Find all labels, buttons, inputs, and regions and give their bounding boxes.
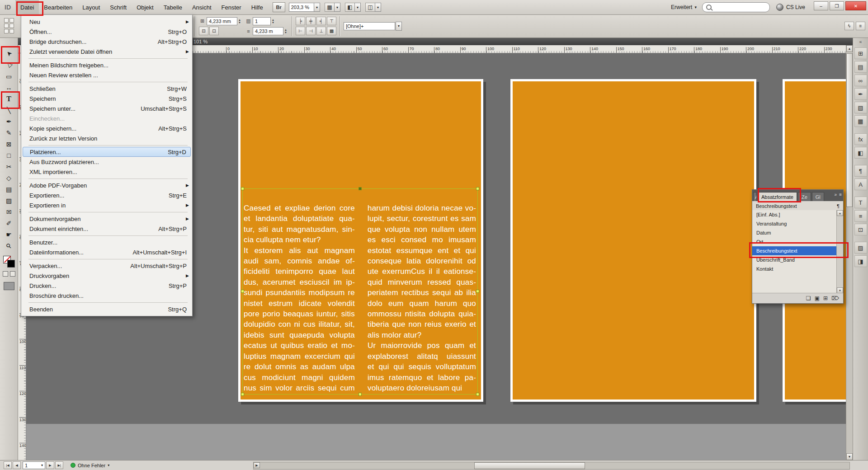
file-menu-item-meinen-bildschirm-freigeben[interactable]: Meinen Bildschirm freigeben... bbox=[21, 60, 192, 70]
menubar-menu-objekt[interactable]: Objekt bbox=[132, 0, 159, 14]
vertical-scroll-thumb[interactable] bbox=[846, 53, 853, 207]
zoom-level-combo[interactable]: 203,3 % bbox=[289, 3, 314, 12]
delete-style-icon[interactable]: ⌦ bbox=[831, 295, 839, 301]
frame-handle[interactable] bbox=[241, 393, 244, 396]
paragraph-panel-icon[interactable]: ≡ bbox=[854, 210, 867, 222]
selected-text-frame[interactable]: Caesed et expliae derion coreet landanti… bbox=[242, 188, 478, 395]
style-item-einf-abs[interactable]: [Einf. Abs.] bbox=[752, 210, 837, 219]
file-menu-item-exportieren[interactable]: Exportieren...Strg+E bbox=[21, 190, 192, 200]
page-2-image[interactable] bbox=[513, 81, 754, 400]
links-panel-icon[interactable]: ∞ bbox=[854, 75, 867, 86]
scissors-tool[interactable]: ✂ bbox=[3, 161, 15, 172]
columns-field[interactable]: 1 bbox=[253, 17, 271, 25]
file-menu-item-dokumentvorgaben[interactable]: Dokumentvorgaben bbox=[21, 214, 192, 224]
file-menu-item-schließen[interactable]: SchließenStrg+W bbox=[21, 84, 192, 94]
direct-selection-tool[interactable]: ▷ bbox=[3, 59, 15, 70]
free-transform-tool[interactable]: ◇ bbox=[3, 172, 15, 183]
workspace-switcher[interactable]: Erweitert bbox=[671, 4, 697, 10]
columns-stepper[interactable] bbox=[272, 19, 276, 24]
fill-swatch[interactable] bbox=[7, 260, 15, 268]
search-box[interactable] bbox=[702, 2, 770, 12]
effects-panel-icon[interactable]: fx bbox=[854, 133, 867, 145]
expand-dock-icon[interactable]: « bbox=[859, 39, 862, 46]
panel-chevrons-icon[interactable]: » bbox=[835, 192, 837, 197]
scroll-down-icon[interactable]: ▼ bbox=[846, 453, 853, 460]
gap-tool[interactable]: ↔ bbox=[3, 82, 15, 93]
menubar-menu-layout[interactable]: Layout bbox=[77, 0, 105, 14]
distribute-v-button[interactable]: ⊣ bbox=[306, 27, 316, 35]
file-menu-item-kopie-speichern[interactable]: Kopie speichern...Alt+Strg+S bbox=[21, 123, 192, 133]
pages-panel-icon[interactable]: ⊞ bbox=[854, 47, 867, 59]
fill-stroke-swatches[interactable] bbox=[3, 256, 15, 268]
zoom-tool[interactable]: ⚲ bbox=[3, 240, 15, 251]
menubar-menu-tabelle[interactable]: Tabelle bbox=[159, 0, 187, 14]
screen-mode-button[interactable] bbox=[4, 282, 14, 290]
cs-live[interactable]: CS Live bbox=[776, 4, 805, 11]
character-styles-panel-icon[interactable]: A bbox=[854, 179, 867, 190]
rectangle-tool[interactable]: □ bbox=[3, 150, 15, 161]
frame-handle[interactable] bbox=[241, 290, 244, 293]
menubar-menu-schrift[interactable]: Schrift bbox=[105, 0, 132, 14]
character-panel-icon[interactable]: T bbox=[854, 197, 867, 208]
glyphs-panel-icon[interactable]: ⊡ bbox=[854, 224, 867, 235]
style-item-überschrift-band[interactable]: Überschrift_Band bbox=[752, 255, 837, 264]
view-options-arrow-icon[interactable] bbox=[334, 3, 340, 12]
frame-handle[interactable] bbox=[359, 393, 362, 396]
gradient-tool[interactable]: ▤ bbox=[3, 183, 15, 195]
pen-tool[interactable]: ✒ bbox=[3, 116, 15, 127]
view-options-icon[interactable]: ▦ bbox=[325, 3, 335, 12]
preflight-panel-icon[interactable]: ◨ bbox=[854, 255, 867, 267]
align-left-button[interactable]: ╞ bbox=[296, 17, 305, 25]
frame-handle[interactable] bbox=[476, 393, 479, 396]
frame-handle[interactable] bbox=[476, 290, 479, 293]
horizontal-scrollbar[interactable]: ◀ ▶ bbox=[253, 462, 850, 470]
style-group-icon[interactable]: ❏ bbox=[806, 295, 811, 301]
menubar-menu-fenster[interactable]: Fenster bbox=[217, 0, 246, 14]
file-menu-item-speichern[interactable]: SpeichernStrg+S bbox=[21, 94, 192, 103]
color-panel-icon[interactable]: ▧ bbox=[854, 102, 867, 113]
file-menu-item-neuen-review-erstellen[interactable]: Neuen Review erstellen ... bbox=[21, 70, 192, 80]
gradient-panel-icon[interactable]: ▨ bbox=[854, 242, 867, 254]
menubar-menu-bearbeiten[interactable]: Bearbeiten bbox=[39, 0, 77, 14]
align-top-button[interactable]: ⊤ bbox=[327, 17, 336, 25]
first-page-button[interactable]: |◀ bbox=[4, 461, 12, 469]
gutter-field[interactable]: 4,233 m bbox=[253, 27, 283, 35]
apply-none-icon[interactable] bbox=[10, 271, 15, 277]
apply-color-icon[interactable] bbox=[3, 271, 8, 277]
previous-page-button[interactable]: ◀ bbox=[13, 461, 21, 469]
preflight-status[interactable]: Ohne Fehler bbox=[71, 463, 109, 468]
vertical-scrollbar[interactable]: ▲ ▼ bbox=[846, 45, 853, 460]
panel-grid-icon[interactable] bbox=[4, 18, 14, 33]
horizontal-scroll-thumb[interactable] bbox=[474, 462, 585, 469]
file-menu-item-speichern-unter[interactable]: Speichern unter...Umschalt+Strg+S bbox=[21, 103, 192, 113]
close-button[interactable]: ✕ bbox=[845, 1, 866, 10]
line-tool[interactable]: ╲ bbox=[3, 104, 15, 116]
style-item-veranstaltung[interactable]: Veranstaltung bbox=[752, 219, 837, 228]
swatches-panel-icon[interactable]: ▦ bbox=[854, 115, 867, 127]
styles-panel-tab-absatzformate[interactable]: Absatzformate bbox=[758, 192, 797, 201]
style-item-datum[interactable]: Datum bbox=[752, 228, 837, 237]
page-2[interactable] bbox=[510, 79, 756, 402]
last-page-button[interactable]: ▶| bbox=[55, 461, 63, 469]
minimize-button[interactable]: – bbox=[814, 1, 828, 10]
page-number-field[interactable]: 1 bbox=[23, 461, 45, 469]
panel-menu-icon[interactable]: ≡ bbox=[839, 192, 842, 197]
rectangle-frame-tool[interactable]: ⊠ bbox=[3, 138, 15, 150]
file-menu-item-öffnen[interactable]: Öffnen...Strg+O bbox=[21, 27, 192, 37]
inset-field[interactable]: 4,233 mm bbox=[207, 17, 237, 25]
styles-panel-tab-a[interactable]: A bbox=[753, 192, 757, 201]
object-styles-panel-icon[interactable]: ◧ bbox=[854, 147, 867, 159]
file-menu-item-adobe-pdf-vorgaben[interactable]: Adobe PDF-Vorgaben bbox=[21, 180, 192, 190]
object-style-field[interactable]: [Ohne]+ bbox=[344, 22, 395, 30]
note-tool[interactable]: ✉ bbox=[3, 206, 15, 217]
file-menu-item-broschüre-drucken[interactable]: Broschüre drucken... bbox=[21, 291, 192, 301]
bridge-button[interactable]: Br bbox=[273, 2, 285, 12]
menubar-menu-ansicht[interactable]: Ansicht bbox=[187, 0, 217, 14]
file-menu-item-zuletzt-verwendete-datei-öffnen[interactable]: Zuletzt verwendete Datei öffnen bbox=[21, 47, 192, 56]
file-menu-item-xml-importieren[interactable]: XML importieren... bbox=[21, 167, 192, 177]
file-menu-item-drucken[interactable]: Drucken...Strg+P bbox=[21, 281, 192, 291]
inset-stepper[interactable] bbox=[238, 19, 242, 24]
file-menu-item-dokument-einrichten[interactable]: Dokument einrichten...Alt+Strg+P bbox=[21, 224, 192, 234]
scroll-up-icon[interactable]: ▲ bbox=[846, 45, 853, 52]
file-menu-item-exportieren-in[interactable]: Exportieren in bbox=[21, 200, 192, 210]
